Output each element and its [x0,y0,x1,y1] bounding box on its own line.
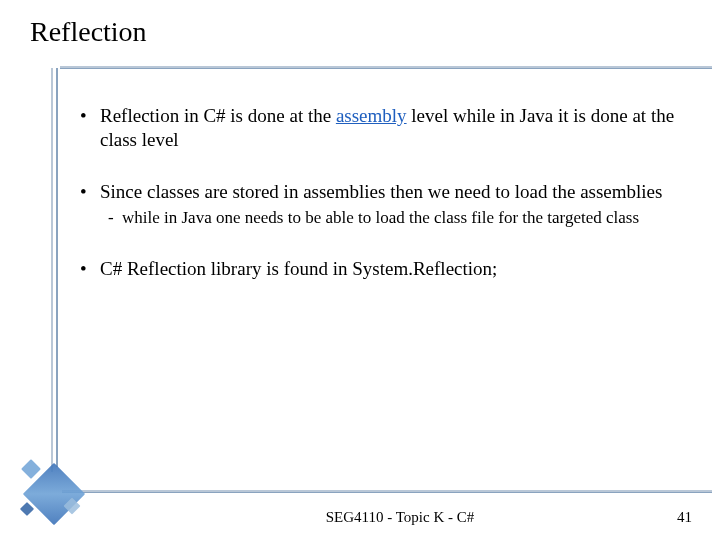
bullet-1-pre: Reflection in C# is done at the [100,105,336,126]
bullet-2-text: Since classes are stored in assemblies t… [100,181,662,202]
slide-body: Reflection in C# is done at the assembly… [80,104,680,308]
sub-list: while in Java one needs to be able to lo… [108,207,680,228]
bullet-2-sub: while in Java one needs to be able to lo… [108,207,680,228]
slide: Reflection Reflection in C# is done at t… [0,0,720,540]
footer-text: SEG4110 - Topic K - C# [0,509,720,526]
vertical-rule-inner [56,68,58,467]
bullet-3: C# Reflection library is found in System… [80,257,680,281]
slide-title: Reflection [30,16,147,48]
bullet-list: Reflection in C# is done at the assembly… [80,104,680,280]
page-number: 41 [677,509,692,526]
bullet-1: Reflection in C# is done at the assembly… [80,104,680,152]
vertical-rule-outer [51,68,53,472]
footer-rule [62,490,712,492]
diamond-icon [21,459,41,479]
title-underline [60,66,712,68]
bullet-2: Since classes are stored in assemblies t… [80,180,680,229]
assembly-link[interactable]: assembly [336,105,407,126]
